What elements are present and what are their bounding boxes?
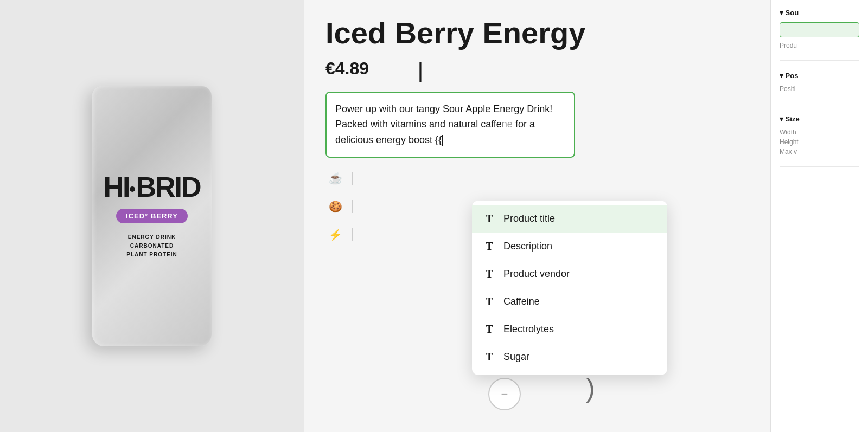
description-text: Power up with our tangy Sour Apple Energ… [335,104,552,146]
dropdown-label-sugar: Sugar [503,351,529,363]
energy-icon: ⚡ [326,225,345,244]
height-field-label: Height [780,138,859,146]
divider-line-3 [352,228,353,241]
icon-item-coffee: ☕ [326,169,749,188]
dropdown-item-electrolytes[interactable]: T Electrolytes [472,315,667,343]
can-badge: ICED° BERRY [116,209,188,223]
divider-line [352,172,353,185]
position-field-label: Positi [780,85,859,93]
text-cursor-beam [442,135,443,146]
t-icon-1: T [483,212,496,225]
size-section-header[interactable]: ▾ Size [780,115,859,123]
dropdown-item-product-vendor[interactable]: T Product vendor [472,260,667,288]
cursor-overlay: | [412,54,429,87]
t-icon-4: T [483,295,496,308]
dropdown-label-product-title: Product title [503,213,555,224]
left-panel: HIBRID ICED° BERRY ENERGY DRINKCARBONATE… [0,0,304,432]
product-field-label: Produ [780,42,859,49]
t-icon-6: T [483,351,496,363]
minus-icon: − [501,387,508,401]
t-icon-2: T [483,240,496,253]
dropdown-item-sugar[interactable]: T Sugar [472,343,667,371]
i-beam-cursor: | [418,59,423,83]
description-text-box[interactable]: Power up with our tangy Sour Apple Energ… [326,92,575,158]
dropdown-item-description[interactable]: T Description [472,233,667,260]
variable-dropdown[interactable]: T Product title T Description T Product … [472,201,667,375]
product-can: HIBRID ICED° BERRY ENERGY DRINKCARBONATE… [92,86,212,346]
dropdown-item-caffeine[interactable]: T Caffeine [472,288,667,315]
minus-button[interactable]: − [488,378,521,410]
dropdown-label-description: Description [503,241,552,252]
t-icon-3: T [483,268,496,280]
can-subtitle: ENERGY DRINKCARBONATEDPLANT PROTEIN [126,233,177,259]
divider-line-2 [352,200,353,213]
source-section-title: ▾ Sou [780,9,799,17]
max-field-label: Max v [780,148,859,156]
size-section: ▾ Size Width Height Max v [780,115,859,167]
position-section-title: ▾ Pos [780,72,798,80]
source-section-header[interactable]: ▾ Sou [780,9,859,17]
center-panel: Iced Berry Energy €4.89 Power up with ou… [304,0,770,432]
source-section: ▾ Sou Produ [780,9,859,61]
dropdown-label-caffeine: Caffeine [503,296,540,307]
coffee-icon: ☕ [326,169,345,188]
cookie-icon: 🍪 [326,197,345,216]
dropdown-item-product-title[interactable]: T Product title [472,205,667,233]
t-icon-5: T [483,323,496,336]
dropdown-label-product-vendor: Product vendor [503,268,570,280]
width-field-label: Width [780,128,859,136]
product-price: €4.89 [326,59,749,79]
can-brand: HIBRID [103,173,200,201]
size-section-title: ▾ Size [780,115,800,123]
position-section: ▾ Pos Positi [780,72,859,104]
position-section-header[interactable]: ▾ Pos [780,72,859,80]
right-panel: ▾ Sou Produ ▾ Pos Positi ▾ Size Width He… [770,0,868,432]
source-input-highlight[interactable] [780,22,859,37]
product-title-heading: Iced Berry Energy [326,16,749,50]
close-paren: ) [586,372,595,404]
dropdown-label-electrolytes: Electrolytes [503,324,554,335]
main-content: Iced Berry Energy €4.89 Power up with ou… [304,0,868,432]
